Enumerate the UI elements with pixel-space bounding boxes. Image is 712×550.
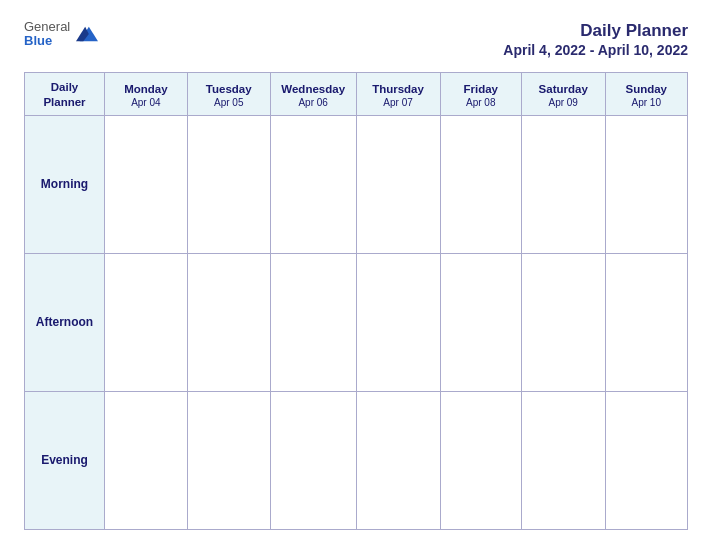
evening-friday-cell[interactable] bbox=[440, 391, 521, 529]
daily-label-line2: Planner bbox=[29, 95, 100, 110]
logo-blue-text: Blue bbox=[24, 34, 70, 48]
evening-sunday-cell[interactable] bbox=[605, 391, 688, 529]
morning-friday-cell[interactable] bbox=[440, 115, 521, 253]
afternoon-saturday-cell[interactable] bbox=[521, 253, 605, 391]
logo-general-text: General bbox=[24, 20, 70, 34]
saturday-date: Apr 09 bbox=[526, 97, 601, 108]
friday-label: Friday bbox=[445, 82, 517, 97]
table-header-sunday: Sunday Apr 10 bbox=[605, 73, 688, 116]
monday-label: Monday bbox=[109, 82, 183, 97]
evening-monday-cell[interactable] bbox=[105, 391, 188, 529]
saturday-label: Saturday bbox=[526, 82, 601, 97]
evening-saturday-cell[interactable] bbox=[521, 391, 605, 529]
table-header-friday: Friday Apr 08 bbox=[440, 73, 521, 116]
afternoon-monday-cell[interactable] bbox=[105, 253, 188, 391]
planner-table: Daily Planner Monday Apr 04 Tuesday Apr … bbox=[24, 72, 688, 530]
evening-wednesday-cell[interactable] bbox=[270, 391, 356, 529]
monday-date: Apr 04 bbox=[109, 97, 183, 108]
afternoon-wednesday-cell[interactable] bbox=[270, 253, 356, 391]
logo: General Blue bbox=[24, 20, 98, 49]
thursday-date: Apr 07 bbox=[361, 97, 436, 108]
morning-thursday-cell[interactable] bbox=[356, 115, 440, 253]
morning-saturday-cell[interactable] bbox=[521, 115, 605, 253]
morning-row: Morning bbox=[25, 115, 688, 253]
tuesday-date: Apr 05 bbox=[192, 97, 266, 108]
table-header-monday: Monday Apr 04 bbox=[105, 73, 188, 116]
afternoon-friday-cell[interactable] bbox=[440, 253, 521, 391]
evening-thursday-cell[interactable] bbox=[356, 391, 440, 529]
daily-label-line1: Daily bbox=[29, 80, 100, 95]
page: General Blue Daily Planner April 4, 2022… bbox=[0, 0, 712, 550]
afternoon-thursday-cell[interactable] bbox=[356, 253, 440, 391]
morning-label-cell: Morning bbox=[25, 115, 105, 253]
table-header-label-cell: Daily Planner bbox=[25, 73, 105, 116]
afternoon-row: Afternoon bbox=[25, 253, 688, 391]
morning-tuesday-cell[interactable] bbox=[187, 115, 270, 253]
afternoon-sunday-cell[interactable] bbox=[605, 253, 688, 391]
friday-date: Apr 08 bbox=[445, 97, 517, 108]
morning-monday-cell[interactable] bbox=[105, 115, 188, 253]
morning-wednesday-cell[interactable] bbox=[270, 115, 356, 253]
logo-icon bbox=[76, 23, 98, 45]
afternoon-tuesday-cell[interactable] bbox=[187, 253, 270, 391]
evening-label-cell: Evening bbox=[25, 391, 105, 529]
thursday-label: Thursday bbox=[361, 82, 436, 97]
wednesday-label: Wednesday bbox=[275, 82, 352, 97]
header: General Blue Daily Planner April 4, 2022… bbox=[24, 20, 688, 58]
table-header-tuesday: Tuesday Apr 05 bbox=[187, 73, 270, 116]
title-block: Daily Planner April 4, 2022 - April 10, … bbox=[503, 20, 688, 58]
table-header-row: Daily Planner Monday Apr 04 Tuesday Apr … bbox=[25, 73, 688, 116]
evening-tuesday-cell[interactable] bbox=[187, 391, 270, 529]
sunday-label: Sunday bbox=[610, 82, 684, 97]
sunday-date: Apr 10 bbox=[610, 97, 684, 108]
table-header-saturday: Saturday Apr 09 bbox=[521, 73, 605, 116]
tuesday-label: Tuesday bbox=[192, 82, 266, 97]
table-header-thursday: Thursday Apr 07 bbox=[356, 73, 440, 116]
morning-sunday-cell[interactable] bbox=[605, 115, 688, 253]
evening-row: Evening bbox=[25, 391, 688, 529]
planner-title: Daily Planner bbox=[503, 20, 688, 42]
table-header-wednesday: Wednesday Apr 06 bbox=[270, 73, 356, 116]
afternoon-label-cell: Afternoon bbox=[25, 253, 105, 391]
wednesday-date: Apr 06 bbox=[275, 97, 352, 108]
date-range: April 4, 2022 - April 10, 2022 bbox=[503, 42, 688, 58]
